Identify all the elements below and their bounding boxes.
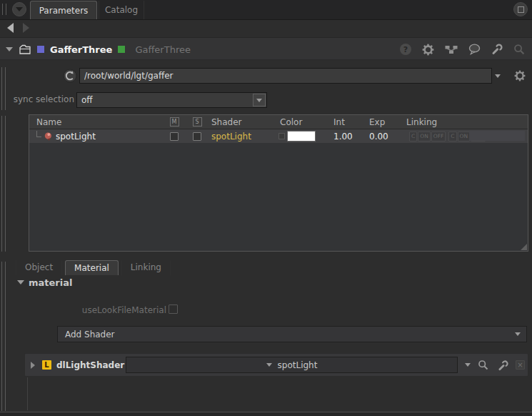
sync-selection-dropdown-button[interactable] — [253, 94, 266, 107]
back-arrow-icon — [7, 23, 14, 33]
light-shader-row: L dlLightShader spotLight × — [24, 353, 528, 377]
path-input[interactable] — [79, 68, 492, 84]
solo-checkbox[interactable] — [193, 132, 201, 141]
teleport-node-icon[interactable] — [445, 45, 458, 54]
column-header-int[interactable]: Int — [331, 117, 366, 127]
tab-catalog-label: Catalog — [105, 5, 138, 15]
help-icon[interactable]: ? — [400, 44, 411, 55]
node-state-badge — [118, 46, 125, 53]
forward-button[interactable] — [23, 23, 29, 33]
column-header-mute[interactable]: M — [163, 117, 186, 127]
scenegraph-location-button[interactable] — [63, 69, 77, 85]
float-pane-icon — [518, 6, 524, 13]
widget-drag-handle[interactable] — [1, 116, 6, 252]
gaffer-node-icon — [19, 44, 31, 55]
color-swatch[interactable] — [287, 131, 316, 142]
linking-on-button[interactable]: ON — [458, 132, 471, 142]
shader-wrench-icon[interactable] — [498, 360, 508, 373]
mute-column-icon: M — [170, 117, 179, 127]
column-header-linking[interactable]: Linking — [403, 117, 528, 127]
node-color-badge — [37, 46, 44, 53]
shader-value: spotLight — [278, 360, 318, 370]
detail-tab-bar: Object Material Linking — [16, 260, 171, 275]
mute-checkbox[interactable] — [170, 132, 179, 141]
column-header-exp[interactable]: Exp — [366, 117, 403, 127]
color-enable-checkbox[interactable] — [278, 133, 285, 139]
solo-cell[interactable] — [186, 132, 209, 141]
tab-catalog[interactable]: Catalog — [99, 1, 144, 19]
tab-material[interactable]: Material — [65, 260, 119, 275]
linking-off-button[interactable]: OFF — [431, 132, 446, 142]
search-icon[interactable] — [513, 44, 525, 55]
tree-branch-icon — [36, 131, 41, 137]
shader-param-label: dlLightShader — [56, 360, 124, 370]
chevron-down-icon — [266, 363, 272, 367]
linking-extra-cell[interactable] — [469, 131, 525, 141]
useLookFileMaterial-label: useLookFileMaterial — [43, 305, 166, 315]
forward-arrow-icon — [23, 23, 29, 33]
useLookFileMaterial-checkbox[interactable] — [169, 304, 178, 314]
tab-parameters-label: Parameters — [39, 6, 89, 16]
material-group-arrow[interactable] — [17, 280, 24, 284]
column-header-name[interactable]: Name — [29, 117, 163, 127]
node-header: GafferThree GafferThree ? — [0, 37, 532, 60]
light-table: Name M S Shader Color Int Exp Linking sp… — [29, 114, 528, 252]
material-group-title: material — [29, 277, 72, 288]
tab-object-label: Object — [25, 262, 53, 272]
add-shader-label: Add Shader — [58, 330, 515, 340]
shader-remove-button[interactable]: × — [516, 360, 525, 370]
pane-drag-handle[interactable] — [2, 4, 6, 15]
light-table-header: Name M S Shader Color Int Exp Linking — [29, 115, 528, 129]
linking-clear-button[interactable]: C — [409, 132, 417, 142]
shader-value-dropdown[interactable]: spotLight — [126, 357, 458, 373]
mute-cell[interactable] — [163, 132, 186, 141]
pane-menu-button[interactable] — [12, 2, 26, 16]
chevron-down-icon — [16, 7, 23, 11]
tab-material-label: Material — [74, 263, 109, 273]
shader-expand-arrow[interactable] — [31, 362, 35, 369]
solo-column-icon: S — [193, 117, 202, 127]
sync-selection-dropdown[interactable]: off — [76, 92, 267, 108]
tab-linking[interactable]: Linking — [121, 260, 171, 275]
shader-dropdown-button[interactable] — [465, 363, 471, 367]
column-header-solo[interactable]: S — [186, 117, 209, 127]
light-name-cell[interactable]: spotLight — [29, 131, 163, 142]
sync-selection-value: off — [77, 95, 253, 105]
add-shader-arrow — [515, 332, 521, 336]
exposure-value[interactable]: 0.00 — [366, 132, 403, 142]
add-shader-dropdown[interactable]: Add Shader — [57, 326, 527, 342]
float-pane-button[interactable] — [513, 2, 528, 16]
node-title: GafferThree — [50, 44, 112, 55]
wrench-icon[interactable] — [491, 44, 503, 55]
linking-clear-button[interactable]: C — [448, 132, 456, 142]
tab-object[interactable]: Object — [16, 260, 62, 275]
back-button[interactable] — [7, 23, 14, 33]
column-header-color[interactable]: Color — [277, 117, 331, 127]
light-bulb-icon — [43, 131, 54, 142]
widget-drag-handle[interactable] — [1, 262, 6, 411]
pane-bottom-strip — [0, 412, 532, 416]
light-name: spotLight — [56, 132, 96, 142]
color-cell[interactable] — [277, 131, 331, 142]
column-header-shader[interactable]: Shader — [209, 117, 277, 127]
sync-selection-label: sync selection — [0, 94, 74, 104]
node-collapse-arrow[interactable] — [6, 47, 13, 51]
pane-tab-bar: Parameters Catalog — [0, 0, 532, 20]
table-row[interactable]: spotLight spotLight 1.00 0.00 C ON OFF C… — [29, 129, 528, 143]
table-resize-grip[interactable] — [521, 244, 527, 250]
shader-name[interactable]: spotLight — [209, 132, 277, 142]
refresh-location-icon — [63, 69, 77, 83]
shader-search-icon[interactable] — [478, 360, 488, 372]
linking-cell: C ON OFF C ON OFF — [403, 129, 528, 143]
settings-gear-icon[interactable] — [422, 44, 434, 56]
linking-on-button[interactable]: ON — [418, 132, 431, 142]
intensity-value[interactable]: 1.00 — [331, 132, 366, 142]
light-shader-badge: L — [42, 360, 51, 370]
node-type-label: GafferThree — [135, 44, 191, 55]
path-dropdown-arrow[interactable] — [495, 74, 501, 78]
group-indent-line — [27, 377, 28, 410]
tab-parameters[interactable]: Parameters — [30, 1, 97, 19]
chevron-down-icon — [256, 99, 262, 102]
comment-icon[interactable] — [468, 44, 481, 55]
path-options-gear-icon[interactable] — [514, 70, 526, 84]
